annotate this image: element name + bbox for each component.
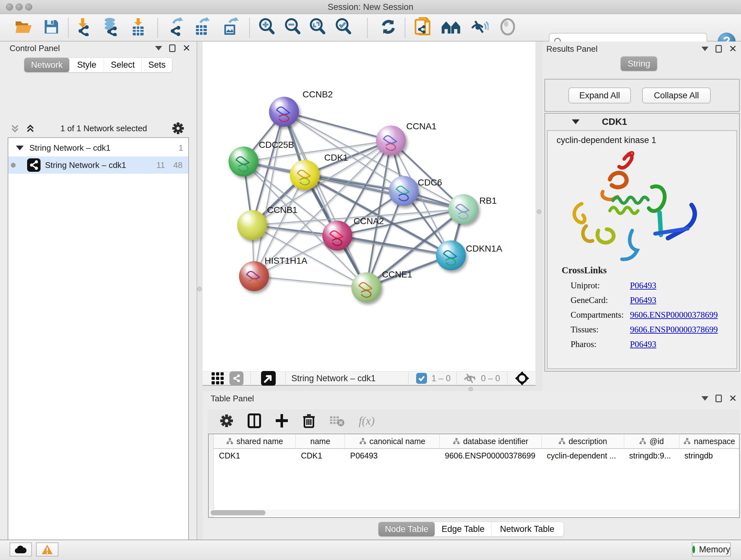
network-view-canvas[interactable]: CCNB2CCNA1CDC25BCDK1CDC6RB1CCNB1CCNA2CDK… (203, 42, 536, 371)
table-cell[interactable]: cyclin-dependent ... (542, 449, 624, 462)
import-network-file-icon[interactable] (74, 17, 91, 37)
table-cell[interactable]: P06493 (345, 449, 440, 462)
refresh-icon[interactable] (380, 18, 397, 37)
table-cell[interactable]: 9606.ENSP00000378699 (440, 449, 542, 462)
table-cell[interactable]: CDK1 (214, 449, 296, 462)
network-node-cdkn1a[interactable] (436, 240, 466, 270)
column-header--id[interactable]: @id (624, 434, 679, 448)
left-splitter-handle[interactable] (197, 287, 202, 291)
hidden-eye-icon[interactable] (462, 373, 476, 384)
show-columns-icon[interactable] (248, 414, 261, 428)
network-node-cdc6[interactable] (389, 176, 419, 206)
zoom-fit-icon[interactable] (309, 17, 327, 37)
cytoscape-window: Session: New Session (0, 0, 741, 560)
crosslink-link[interactable]: P06493 (630, 281, 657, 291)
table-cell[interactable]: CDK1 (296, 449, 345, 462)
panel-close-icon[interactable]: ✕ (729, 395, 737, 402)
column-header-shared-name[interactable]: shared name (214, 434, 296, 448)
crosslink-link[interactable]: 9606.ENSP00000378699 (630, 310, 718, 320)
expand-all-icon[interactable] (25, 123, 36, 134)
network-collection-row[interactable]: String Network – cdk1 1 (8, 139, 188, 157)
column-header-database-identifier[interactable]: database identifier (440, 434, 542, 448)
column-header-description[interactable]: description (542, 434, 624, 448)
export-image-icon[interactable] (222, 17, 239, 37)
tab-sets[interactable]: Sets (142, 58, 172, 72)
network-edge[interactable] (284, 112, 391, 140)
save-session-icon[interactable] (44, 19, 59, 36)
network-node-cdk1[interactable] (290, 160, 320, 190)
delete-column-icon[interactable] (302, 413, 315, 428)
panel-float-icon[interactable] (169, 44, 176, 52)
column-header-canonical-name[interactable]: canonical name (345, 434, 440, 448)
open-session-icon[interactable] (14, 19, 33, 36)
collapse-gene-icon[interactable] (572, 119, 580, 124)
table-row[interactable]: CDK1CDK1P064939606.ENSP00000378699cyclin… (214, 449, 740, 462)
network-node-ccnb1[interactable] (237, 210, 267, 240)
node-table[interactable]: shared namenamecanonical namedatabase id… (208, 434, 740, 518)
tab-style[interactable]: Style (70, 58, 104, 72)
right-splitter-handle[interactable] (537, 209, 541, 214)
tab-node-table[interactable]: Node Table (379, 522, 435, 537)
tab-select[interactable]: Select (104, 58, 142, 72)
detach-view-icon[interactable] (261, 371, 276, 386)
gear-icon[interactable] (172, 122, 185, 135)
column-header-name[interactable]: name (296, 434, 345, 448)
crosslink-link[interactable]: P06493 (630, 295, 657, 305)
table-cell[interactable]: stringdb:9... (624, 449, 679, 462)
collapse-all-button[interactable]: Collapse All (642, 87, 711, 104)
network-node-ccna1[interactable] (376, 125, 406, 155)
cloud-button[interactable] (10, 543, 32, 557)
memory-button[interactable]: Memory (692, 543, 731, 557)
toolbar-separator (367, 18, 367, 38)
table-hscrollbar[interactable] (209, 509, 738, 516)
tab-network-table[interactable]: Network Table (491, 522, 563, 537)
import-network-database-icon[interactable] (101, 17, 119, 37)
tab-network[interactable]: Network (24, 58, 70, 72)
network-row[interactable]: String Network – cdk1 11 48 (8, 157, 188, 174)
gene-header-row[interactable]: CDK1 (545, 114, 739, 130)
panel-float-icon[interactable] (716, 395, 722, 402)
share-view-icon[interactable] (229, 371, 244, 385)
tab-string[interactable]: String (621, 57, 657, 71)
zoom-selected-icon[interactable] (334, 17, 353, 37)
panel-close-icon[interactable]: ✕ (729, 45, 737, 53)
grid-view-icon[interactable] (211, 372, 224, 385)
network-node-ccne1[interactable] (351, 272, 381, 302)
tree-expander-icon[interactable] (16, 145, 23, 150)
expand-all-button[interactable]: Expand All (568, 87, 631, 104)
network-file-manager-icon[interactable] (414, 17, 431, 38)
panel-menu-icon[interactable] (701, 396, 709, 401)
import-table-file-icon[interactable] (130, 17, 146, 37)
crosslink-link[interactable]: P06493 (630, 339, 657, 349)
birdseye-icon[interactable] (515, 371, 530, 386)
export-table-icon[interactable] (193, 17, 211, 37)
string-home-icon[interactable] (441, 19, 461, 36)
gear-icon[interactable] (219, 414, 233, 428)
panel-float-icon[interactable] (716, 45, 722, 53)
network-node-rb1[interactable] (448, 194, 478, 224)
add-column-icon[interactable] (275, 414, 288, 428)
hide-unhide-icon[interactable] (470, 18, 488, 37)
column-header-namespace[interactable]: namespace (679, 434, 740, 448)
panel-menu-icon[interactable] (701, 47, 709, 51)
network-node-ccnb2[interactable] (269, 97, 299, 127)
zoom-out-icon[interactable] (284, 17, 302, 37)
panel-close-icon[interactable]: ✕ (183, 44, 191, 52)
network-node-cdc25b[interactable] (228, 146, 259, 177)
control-panel: Control Panel ✕ Network Style Select Set… (0, 42, 197, 540)
scrollbar-thumb[interactable] (211, 510, 266, 515)
warning-button[interactable] (36, 543, 58, 557)
table-cell[interactable]: stringdb (679, 449, 740, 462)
column-type-icon (639, 438, 646, 445)
zoom-in-icon[interactable] (258, 17, 276, 37)
export-network-icon[interactable] (167, 17, 185, 37)
horizontal-splitter-handle[interactable] (468, 387, 473, 391)
collapse-all-icon[interactable] (10, 123, 20, 134)
crosslink-link[interactable]: 9606.ENSP00000378699 (630, 325, 718, 334)
tab-edge-table[interactable]: Edge Table (435, 522, 491, 537)
panel-menu-icon[interactable] (155, 46, 162, 51)
selected-nodes-checkbox[interactable] (416, 373, 427, 384)
column-header-label: namespace (694, 437, 735, 446)
gene-body: cyclin-dependent kinase 1 (547, 130, 737, 369)
network-node-ccna2[interactable] (322, 221, 352, 251)
